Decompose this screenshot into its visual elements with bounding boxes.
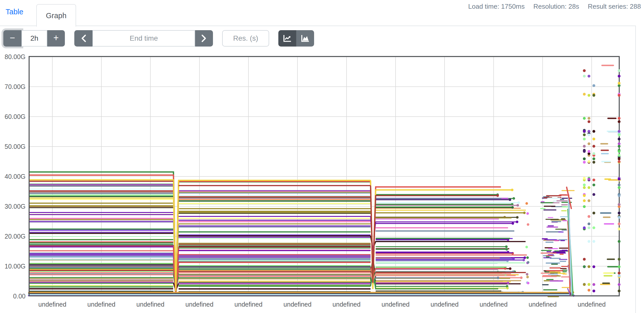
svg-text:80.00G: 80.00G	[5, 53, 26, 60]
svg-text:undefined: undefined	[529, 301, 557, 308]
svg-text:60.00G: 60.00G	[5, 113, 26, 120]
range-input[interactable]	[21, 30, 47, 47]
range-decrease-button[interactable]: −	[3, 30, 21, 47]
plus-icon: +	[53, 33, 59, 43]
svg-text:0.00: 0.00	[13, 293, 26, 300]
svg-text:undefined: undefined	[136, 301, 164, 308]
graph-canvas[interactable]: 80.00G70.00G60.00G50.00G40.00G30.00G20.0…	[0, 50, 644, 313]
line-chart-icon	[283, 34, 292, 42]
svg-text:10.00G: 10.00G	[5, 263, 26, 270]
svg-text:undefined: undefined	[578, 301, 606, 308]
resolution-input[interactable]	[222, 30, 269, 47]
chart-type-toggle-group	[278, 30, 314, 47]
line-chart-toggle-button[interactable]	[278, 30, 296, 47]
chevron-right-icon	[201, 34, 207, 42]
svg-text:undefined: undefined	[38, 301, 66, 308]
minus-icon: −	[10, 33, 15, 43]
end-time-forward-button[interactable]	[195, 30, 213, 47]
svg-text:undefined: undefined	[283, 301, 312, 308]
x-axis-labels: undefinedundefinedundefinedundefinedunde…	[38, 301, 606, 308]
svg-text:50.00G: 50.00G	[5, 143, 26, 150]
stat-load-time: Load time: 1750ms	[468, 3, 525, 10]
stat-result-series: Result series: 288	[588, 3, 641, 10]
svg-text:undefined: undefined	[234, 301, 263, 308]
svg-text:undefined: undefined	[185, 301, 213, 308]
svg-text:70.00G: 70.00G	[5, 83, 26, 90]
svg-text:undefined: undefined	[381, 301, 410, 308]
tab-graph-label: Graph	[46, 12, 67, 20]
svg-text:undefined: undefined	[480, 301, 508, 308]
svg-text:undefined: undefined	[431, 301, 459, 308]
svg-text:undefined: undefined	[87, 301, 115, 308]
y-axis-labels: 80.00G70.00G60.00G50.00G40.00G30.00G20.0…	[5, 53, 26, 300]
svg-text:20.00G: 20.00G	[5, 233, 26, 240]
end-time-input[interactable]	[92, 30, 195, 47]
query-stats: Load time: 1750ms Resolution: 28s Result…	[468, 3, 641, 10]
resolution-group	[222, 30, 269, 47]
svg-text:undefined: undefined	[332, 301, 361, 308]
range-increase-button[interactable]: +	[47, 30, 65, 47]
end-time-group	[74, 30, 213, 47]
stacked-chart-toggle-button[interactable]	[296, 30, 314, 47]
chevron-left-icon	[81, 34, 86, 42]
range-stepper-group: − +	[3, 30, 65, 47]
stacked-chart-icon	[301, 34, 310, 42]
end-time-back-button[interactable]	[74, 30, 92, 47]
tab-table[interactable]: Table	[6, 8, 23, 16]
tab-graph[interactable]: Graph	[36, 4, 76, 27]
svg-text:40.00G: 40.00G	[5, 173, 26, 180]
stat-resolution: Resolution: 28s	[533, 3, 579, 10]
svg-text:30.00G: 30.00G	[5, 203, 26, 210]
